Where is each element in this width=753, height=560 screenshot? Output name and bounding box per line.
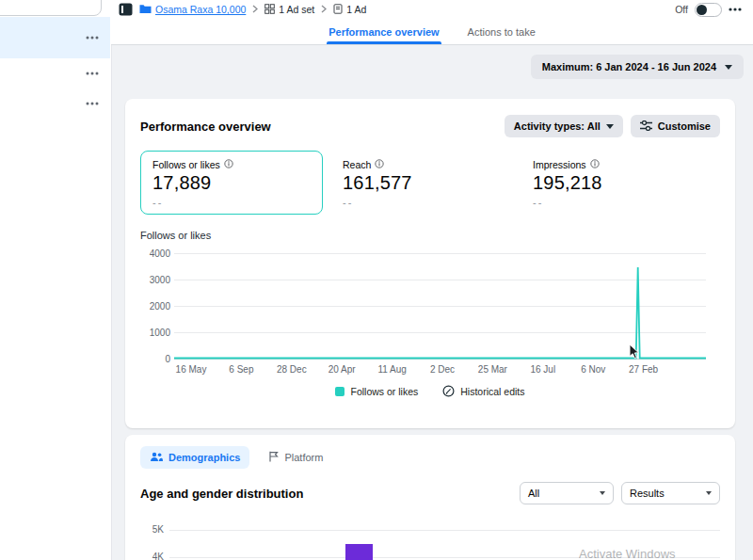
sidebar-top-card xyxy=(0,0,102,16)
breadcrumb-ad-label: 1 Ad xyxy=(346,4,366,15)
dropdown-value: All xyxy=(528,488,539,499)
caret-down-icon xyxy=(606,124,614,129)
ad-doc-icon xyxy=(333,4,343,16)
customise-button[interactable]: Customise xyxy=(631,115,720,137)
metric-label: Follows or likes xyxy=(152,159,220,170)
y-axis-tick: 2000 xyxy=(140,301,170,312)
info-icon[interactable] xyxy=(375,159,384,170)
info-icon[interactable] xyxy=(224,159,233,170)
y-axis-tick: 0 xyxy=(140,354,170,364)
customise-label: Customise xyxy=(658,120,711,132)
mouse-cursor-icon xyxy=(629,344,640,361)
x-axis-tick: 25 Mar xyxy=(468,364,517,375)
metric-cards: Follows or likes 17,889 -- Reach xyxy=(140,151,720,215)
metric-card-follows-or-likes[interactable]: Follows or likes 17,889 -- xyxy=(140,151,323,215)
activity-types-dropdown[interactable]: Activity types: All xyxy=(505,115,623,137)
x-axis-tick: 28 Dec xyxy=(267,364,316,375)
breadcrumb-chevron-icon xyxy=(321,4,327,15)
breakdown-filter-dropdown[interactable]: All xyxy=(520,482,614,504)
section-title: Age and gender distribution xyxy=(140,487,520,501)
card-title: Performance overview xyxy=(140,120,505,134)
metric-card-impressions[interactable]: Impressions 195,218 -- xyxy=(521,151,703,215)
tab-demographics[interactable]: Demographics xyxy=(140,446,249,469)
legend-item: Follows or likes xyxy=(335,386,418,397)
date-range-dropdown[interactable]: Maximum: 6 Jan 2024 - 16 Jun 2024 xyxy=(531,55,744,79)
x-axis-tick: 11 Aug xyxy=(368,364,417,375)
metric-card-reach[interactable]: Reach 161,577 -- xyxy=(330,151,513,215)
sidebar-toggle-icon[interactable] xyxy=(119,3,133,16)
people-icon xyxy=(150,452,163,464)
tab-label: Performance overview xyxy=(328,26,439,38)
campaigns-sidebar xyxy=(0,0,112,560)
legend-item: Historical edits xyxy=(442,385,524,397)
metric-value: 161,577 xyxy=(343,172,501,194)
age-gender-chart: 5K4K xyxy=(140,524,720,560)
breadcrumb-bar: Osama Raxa 10,000 1 Ad set 1 Ad xyxy=(111,0,753,19)
caret-down-icon xyxy=(600,491,605,495)
more-options-icon[interactable] xyxy=(729,8,742,11)
platform-flag-icon xyxy=(268,451,279,464)
x-axis-tick: 16 Jul xyxy=(519,364,568,375)
tab-label: Platform xyxy=(284,452,323,463)
performance-overview-card: Performance overview Activity types: All… xyxy=(125,99,735,428)
tab-label: Actions to take xyxy=(468,26,536,38)
legend-label: Follows or likes xyxy=(350,386,418,397)
sidebar-row[interactable] xyxy=(0,58,110,88)
row-menu-icon[interactable] xyxy=(86,72,99,75)
x-axis-tick: 6 Sep xyxy=(216,364,265,375)
tab-label: Demographics xyxy=(168,452,240,463)
info-icon[interactable] xyxy=(590,159,600,170)
x-axis-tick: 20 Apr xyxy=(317,364,366,375)
y-axis-tick: 4000 xyxy=(140,248,170,259)
breadcrumb-campaign-label[interactable]: Osama Raxa 10,000 xyxy=(155,4,246,15)
row-menu-icon[interactable] xyxy=(86,36,99,40)
tab-platform[interactable]: Platform xyxy=(259,446,332,469)
breadcrumb-ad[interactable]: 1 Ad xyxy=(333,4,366,16)
age-gender-bar[interactable] xyxy=(345,544,373,560)
gridline xyxy=(169,530,720,531)
breadcrumb-campaign[interactable]: Osama Raxa 10,000 xyxy=(139,4,246,16)
x-axis-tick: 27 Feb xyxy=(619,364,668,375)
ad-status-toggle[interactable] xyxy=(695,3,722,17)
y-axis-tick: 5K xyxy=(140,524,164,535)
date-range-label: Maximum: 6 Jan 2024 - 16 Jun 2024 xyxy=(542,61,716,72)
metric-secondary: -- xyxy=(343,197,501,208)
metric-filter-dropdown[interactable]: Results xyxy=(621,482,720,504)
breadcrumb-adset-label: 1 Ad set xyxy=(279,4,314,15)
y-axis-tick: 1000 xyxy=(140,328,170,338)
tab-actions-to-take[interactable]: Actions to take xyxy=(466,19,537,44)
demographics-card: Demographics Platform Age and gender dis… xyxy=(125,435,735,560)
follows-chart-legend: Follows or likesHistorical edits xyxy=(140,385,720,397)
adset-grid-icon xyxy=(264,4,275,16)
metric-secondary: -- xyxy=(533,197,691,208)
row-menu-icon[interactable] xyxy=(86,102,99,105)
follows-plot-svg xyxy=(174,253,706,360)
metric-label: Impressions xyxy=(533,159,586,170)
activity-types-label: Activity types: All xyxy=(514,120,601,132)
metric-secondary: -- xyxy=(152,197,311,208)
metric-label: Reach xyxy=(343,159,371,170)
ads-manager-screen: Osama Raxa 10,000 1 Ad set 1 Ad xyxy=(0,0,753,560)
toggle-knob xyxy=(697,5,707,15)
caret-down-icon xyxy=(706,491,712,495)
chart-heading: Follows or likes xyxy=(140,230,720,243)
metric-value: 195,218 xyxy=(533,172,691,194)
breadcrumb-adset[interactable]: 1 Ad set xyxy=(264,4,314,16)
caret-down-icon xyxy=(725,65,732,70)
y-axis-tick: 4K xyxy=(140,552,164,560)
sidebar-row-selected[interactable] xyxy=(0,17,110,58)
sidebar-row[interactable] xyxy=(0,88,110,119)
tab-performance-overview[interactable]: Performance overview xyxy=(327,19,441,44)
main-content: Osama Raxa 10,000 1 Ad set 1 Ad xyxy=(111,0,753,560)
legend-swatch xyxy=(335,387,344,396)
gridline xyxy=(169,557,720,558)
breakdown-tabs: Demographics Platform xyxy=(140,446,720,469)
x-axis-tick: 6 Nov xyxy=(569,364,617,375)
folder-icon xyxy=(139,4,152,16)
x-axis-tick: 2 Dec xyxy=(418,364,467,375)
y-axis-tick: 3000 xyxy=(140,275,170,285)
ad-status-label: Off xyxy=(675,4,688,15)
view-tabs: Performance overview Actions to take xyxy=(111,19,753,45)
x-axis-tick: 16 May xyxy=(167,364,216,375)
follows-chart: 0100020003000400016 May6 Sep28 Dec20 Apr… xyxy=(140,253,720,379)
